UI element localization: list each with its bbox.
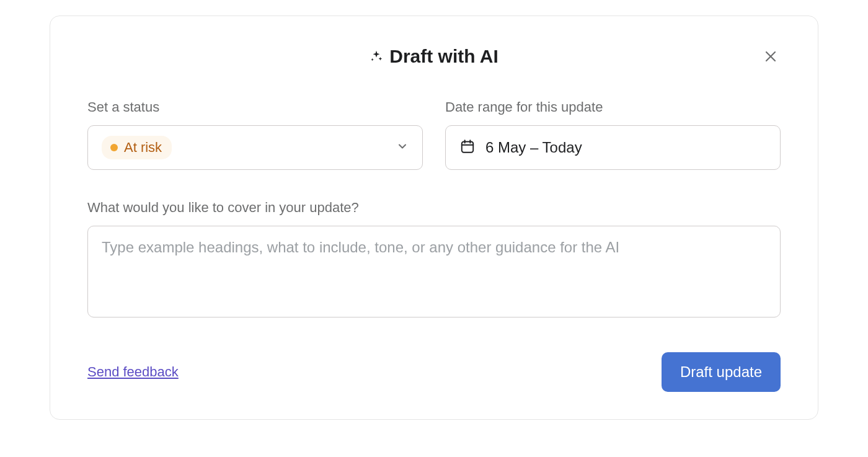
status-pill: At risk bbox=[102, 136, 172, 159]
status-dot-icon bbox=[110, 144, 118, 151]
guidance-label: What would you like to cover in your upd… bbox=[87, 200, 781, 216]
guidance-section: What would you like to cover in your upd… bbox=[87, 200, 781, 317]
draft-update-button[interactable]: Draft update bbox=[662, 352, 781, 392]
modal-header: Draft with AI bbox=[87, 46, 781, 67]
draft-ai-modal: Draft with AI Set a status At risk bbox=[50, 16, 818, 420]
guidance-input[interactable] bbox=[87, 226, 781, 317]
date-range-value: 6 May – Today bbox=[485, 139, 582, 156]
date-range-picker[interactable]: 6 May – Today bbox=[445, 125, 781, 170]
chevron-down-icon bbox=[396, 140, 409, 155]
close-button[interactable] bbox=[761, 47, 781, 67]
status-value: At risk bbox=[124, 140, 162, 156]
form-row: Set a status At risk Date range for this… bbox=[87, 99, 781, 170]
calendar-icon bbox=[459, 138, 476, 157]
svg-rect-2 bbox=[462, 141, 473, 152]
sparkle-icon bbox=[370, 50, 383, 63]
modal-title: Draft with AI bbox=[389, 46, 498, 67]
close-icon bbox=[763, 49, 778, 66]
send-feedback-link[interactable]: Send feedback bbox=[87, 364, 179, 380]
modal-title-wrap: Draft with AI bbox=[370, 46, 498, 67]
status-label: Set a status bbox=[87, 99, 423, 115]
modal-footer: Send feedback Draft update bbox=[87, 352, 781, 392]
status-select[interactable]: At risk bbox=[87, 125, 423, 170]
date-range-label: Date range for this update bbox=[445, 99, 781, 115]
status-column: Set a status At risk bbox=[87, 99, 423, 170]
date-range-column: Date range for this update 6 May – Today bbox=[445, 99, 781, 170]
